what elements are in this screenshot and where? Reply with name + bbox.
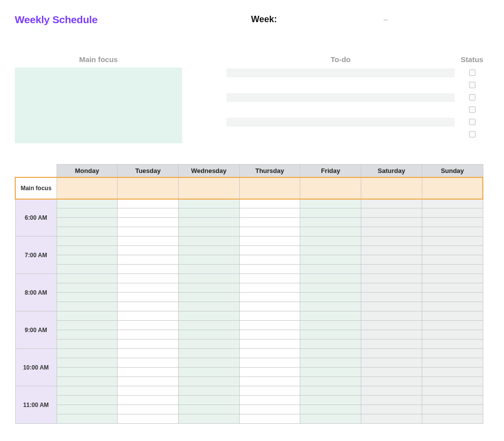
schedule-cell[interactable] <box>118 218 179 227</box>
schedule-cell[interactable] <box>178 274 239 283</box>
schedule-cell[interactable] <box>239 218 300 227</box>
schedule-cell[interactable] <box>178 386 239 396</box>
schedule-cell[interactable] <box>57 208 118 218</box>
schedule-cell[interactable] <box>57 330 118 339</box>
schedule-cell[interactable] <box>239 237 300 246</box>
todo-text-input[interactable] <box>226 93 455 102</box>
schedule-cell[interactable] <box>178 377 239 386</box>
schedule-cell[interactable] <box>300 255 361 265</box>
schedule-cell[interactable] <box>239 265 300 274</box>
schedule-cell[interactable] <box>300 246 361 255</box>
schedule-cell[interactable] <box>422 405 483 414</box>
schedule-cell[interactable] <box>178 218 239 227</box>
status-checkbox[interactable] <box>469 131 475 137</box>
schedule-cell[interactable] <box>300 349 361 358</box>
schedule-cell[interactable] <box>57 396 118 405</box>
schedule-cell[interactable] <box>118 330 179 339</box>
schedule-cell[interactable] <box>300 265 361 274</box>
schedule-cell[interactable] <box>300 358 361 368</box>
schedule-cell[interactable] <box>422 265 483 274</box>
schedule-cell[interactable] <box>57 255 118 265</box>
schedule-cell[interactable] <box>300 302 361 311</box>
schedule-cell[interactable] <box>178 227 239 237</box>
schedule-cell[interactable] <box>422 302 483 311</box>
schedule-cell[interactable] <box>361 302 422 311</box>
schedule-cell[interactable] <box>300 283 361 293</box>
schedule-cell[interactable] <box>361 293 422 302</box>
schedule-cell[interactable] <box>361 321 422 330</box>
schedule-cell[interactable] <box>239 311 300 321</box>
schedule-cell[interactable] <box>239 321 300 330</box>
schedule-cell[interactable] <box>57 377 118 386</box>
schedule-cell[interactable] <box>422 339 483 349</box>
schedule-cell[interactable] <box>361 208 422 218</box>
schedule-cell[interactable] <box>57 218 118 227</box>
status-checkbox[interactable] <box>469 94 475 101</box>
schedule-cell[interactable] <box>422 199 483 208</box>
status-checkbox[interactable] <box>469 82 475 88</box>
schedule-cell[interactable] <box>239 368 300 377</box>
schedule-cell[interactable] <box>57 414 118 424</box>
schedule-cell[interactable] <box>178 405 239 414</box>
schedule-cell[interactable] <box>57 321 118 330</box>
schedule-cell[interactable] <box>178 358 239 368</box>
schedule-cell[interactable] <box>178 255 239 265</box>
schedule-cell[interactable] <box>118 237 179 246</box>
schedule-cell[interactable] <box>178 396 239 405</box>
schedule-cell[interactable] <box>361 349 422 358</box>
status-checkbox[interactable] <box>469 106 475 113</box>
schedule-cell[interactable] <box>118 377 179 386</box>
schedule-cell[interactable] <box>300 293 361 302</box>
schedule-cell[interactable] <box>118 311 179 321</box>
schedule-cell[interactable] <box>422 349 483 358</box>
schedule-cell[interactable] <box>118 405 179 414</box>
schedule-cell[interactable] <box>422 377 483 386</box>
schedule-cell[interactable] <box>118 339 179 349</box>
schedule-cell[interactable] <box>361 218 422 227</box>
schedule-cell[interactable] <box>361 339 422 349</box>
schedule-cell[interactable] <box>57 237 118 246</box>
schedule-cell[interactable] <box>57 283 118 293</box>
schedule-cell[interactable] <box>239 246 300 255</box>
schedule-cell[interactable] <box>239 414 300 424</box>
schedule-cell[interactable] <box>118 293 179 302</box>
schedule-cell[interactable] <box>239 293 300 302</box>
schedule-cell[interactable] <box>239 227 300 237</box>
schedule-cell[interactable] <box>118 227 179 237</box>
schedule-cell[interactable] <box>300 218 361 227</box>
schedule-cell[interactable] <box>361 311 422 321</box>
schedule-cell[interactable] <box>178 311 239 321</box>
schedule-cell[interactable] <box>57 311 118 321</box>
schedule-cell[interactable] <box>118 255 179 265</box>
schedule-cell[interactable] <box>178 321 239 330</box>
schedule-cell[interactable] <box>422 414 483 424</box>
schedule-cell[interactable] <box>300 208 361 218</box>
schedule-cell[interactable] <box>361 368 422 377</box>
todo-text-input[interactable] <box>226 81 455 90</box>
todo-text-input[interactable] <box>226 68 455 77</box>
mainfocus-input-area[interactable] <box>15 68 182 143</box>
schedule-cell[interactable] <box>239 302 300 311</box>
schedule-cell[interactable] <box>178 199 239 208</box>
schedule-cell[interactable] <box>422 237 483 246</box>
schedule-cell[interactable] <box>361 246 422 255</box>
schedule-cell[interactable] <box>239 274 300 283</box>
schedule-cell[interactable] <box>361 386 422 396</box>
schedule-cell[interactable] <box>300 339 361 349</box>
schedule-cell[interactable] <box>57 265 118 274</box>
schedule-cell[interactable] <box>300 386 361 396</box>
schedule-cell[interactable] <box>300 274 361 283</box>
schedule-cell[interactable] <box>361 274 422 283</box>
mainfocus-cell[interactable] <box>178 177 239 199</box>
schedule-cell[interactable] <box>118 274 179 283</box>
schedule-cell[interactable] <box>422 255 483 265</box>
schedule-cell[interactable] <box>361 255 422 265</box>
schedule-cell[interactable] <box>300 368 361 377</box>
schedule-cell[interactable] <box>422 311 483 321</box>
schedule-cell[interactable] <box>118 321 179 330</box>
schedule-cell[interactable] <box>300 414 361 424</box>
todo-text-input[interactable] <box>226 118 455 127</box>
schedule-cell[interactable] <box>178 330 239 339</box>
schedule-cell[interactable] <box>422 283 483 293</box>
todo-text-input[interactable] <box>226 105 455 114</box>
